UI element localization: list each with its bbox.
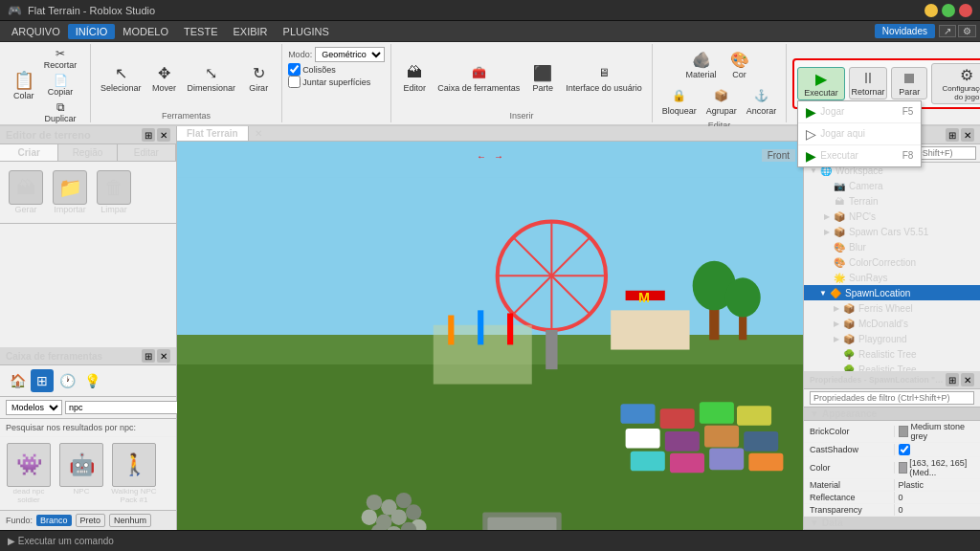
terrain-float-button[interactable]: ⊞: [142, 128, 155, 142]
editor-button[interactable]: 🏔 Editor: [397, 59, 432, 96]
scene-viewport[interactable]: Front ← →: [177, 142, 803, 530]
toolbox-close-button[interactable]: ✕: [157, 349, 170, 363]
terrain-close-button[interactable]: ✕: [157, 128, 170, 142]
explorer-item-blur[interactable]: 🎨 Blur: [804, 239, 980, 254]
menu-teste[interactable]: TESTE: [176, 24, 225, 39]
svg-point-26: [406, 504, 421, 519]
settings-button[interactable]: ⚙: [958, 25, 976, 37]
props-close-button[interactable]: ✕: [961, 373, 974, 386]
viewport-tab-close[interactable]: ✕: [249, 126, 268, 141]
mode-select[interactable]: Geométrico: [315, 47, 385, 62]
toolbox-item-0[interactable]: 👾 dead npc soldier: [4, 441, 54, 506]
agrupar-button[interactable]: 📦 Agrupar: [702, 82, 741, 119]
importar-icon: 📁: [53, 170, 87, 205]
scene-svg: M: [177, 163, 803, 530]
config-button[interactable]: ⚙ Configurações do jogo: [931, 63, 980, 104]
bg-preto-button[interactable]: Preto: [76, 514, 106, 527]
props-float-button[interactable]: ⊞: [946, 373, 959, 386]
caixa-button[interactable]: 🧰 Caixa de ferramentas: [434, 59, 523, 96]
novidades-button[interactable]: Novidades: [875, 24, 935, 38]
menu-inicio[interactable]: INÍCIO: [68, 24, 116, 39]
mover-button[interactable]: ✥ Mover: [147, 59, 182, 96]
bg-branco-button[interactable]: Branco: [36, 515, 72, 526]
menu-arquivo[interactable]: ARQUIVO: [4, 24, 68, 39]
terrain-gerar[interactable]: 🏔 Gerar: [6, 167, 46, 217]
copiar-button[interactable]: 📄 Copiar: [40, 73, 81, 98]
colisoes-checkbox[interactable]: [288, 63, 301, 76]
terrain-tab-editar[interactable]: Editar: [118, 144, 176, 161]
explorer-item-colorcorrection[interactable]: 🎨 ColorCorrection: [804, 254, 980, 270]
menu-plugins[interactable]: PLUGINS: [276, 24, 337, 39]
explorer-item-sunrays[interactable]: 🌟 SunRays: [804, 270, 980, 285]
executar-wrapper: ▶ Executar ▶Jogar F5 ▷Jogar aqui ▶: [787, 44, 980, 122]
explorer-item-npcs[interactable]: ▶ 📦 NPC's: [804, 209, 980, 224]
toolbox-icon-bulb[interactable]: 💡: [80, 369, 103, 392]
ancorar-button[interactable]: ⚓ Ancorar: [743, 82, 781, 119]
retornar-button[interactable]: ⏸ Retornar: [849, 67, 887, 99]
toolbox-search-field[interactable]: [66, 402, 179, 413]
bloquear-button[interactable]: 🔒 Bloquear: [658, 82, 701, 119]
limpar-icon: 🗑: [97, 170, 131, 205]
parar-button[interactable]: ⏹ Parar: [891, 67, 927, 99]
explorer-item-playground[interactable]: ▶ 📦 Playground: [804, 331, 980, 346]
prop-reflectance: Reflectance 0: [804, 492, 980, 504]
material-button[interactable]: 🪨 Material: [682, 46, 721, 82]
close-button[interactable]: [959, 4, 972, 17]
terrain-limpar[interactable]: 🗑 Limpar: [94, 167, 134, 217]
svg-rect-42: [748, 453, 783, 472]
toolbox-icon-grid[interactable]: ⊞: [31, 369, 54, 392]
juntar-checkbox[interactable]: [288, 76, 301, 88]
explorer-close-button[interactable]: ✕: [961, 128, 974, 142]
menu-executar[interactable]: ▶Executar F8: [798, 145, 921, 166]
toolbox-item-2[interactable]: 🚶 Walking NPC Pack #1: [109, 441, 159, 506]
explorer-float-button[interactable]: ⊞: [946, 128, 959, 142]
parte-button[interactable]: ⬛ Parte: [525, 59, 560, 96]
terrain-tab-criar[interactable]: Criar: [0, 144, 58, 161]
titlebar: 🎮 Flat Terrain - Roblox Studio: [0, 0, 980, 21]
castshadow-checkbox[interactable]: [899, 444, 910, 455]
menu-jogar-aqui[interactable]: ▷Jogar aqui: [798, 123, 921, 145]
prop-color: Color [163, 162, 165] (Med...: [804, 457, 980, 479]
svg-rect-44: [487, 518, 556, 530]
selecionar-button[interactable]: ↖ Selecionar: [97, 59, 145, 96]
svg-rect-18: [478, 310, 483, 344]
props-header-btns: ⊞ ✕: [946, 373, 974, 386]
viewport-tab-flat-terrain[interactable]: Flat Terrain: [177, 126, 249, 141]
menu-modelo[interactable]: MODELO: [115, 24, 176, 39]
girar-button[interactable]: ↻ Girar: [241, 59, 276, 96]
data-section[interactable]: ▼ Data: [804, 517, 980, 530]
svg-rect-17: [448, 316, 454, 345]
explorer-item-mcdonalds[interactable]: ▶ 📦 McDonald's: [804, 316, 980, 331]
toolbox-float-button[interactable]: ⊞: [142, 349, 155, 363]
explorer-item-camera[interactable]: 📷 Camera: [804, 178, 980, 193]
toolbox-item-1[interactable]: 🤖 NPC: [56, 441, 106, 506]
explorer-item-spawncars[interactable]: ▶ 📦 Spawn Cars V5.51: [804, 224, 980, 239]
terrain-tab-regiao[interactable]: Região: [58, 144, 117, 161]
explorer-item-terrain[interactable]: 🏔 Terrain: [804, 193, 980, 209]
cor-button[interactable]: 🎨 Cor: [723, 46, 757, 82]
explorer-item-tree1[interactable]: 🌳 Realistic Tree: [804, 346, 980, 362]
toolbox-icon-home[interactable]: 🏠: [6, 369, 29, 392]
toolbox-filter-select[interactable]: Modelos: [6, 400, 62, 415]
minimize-button[interactable]: [924, 4, 938, 17]
toolbox-icon-clock[interactable]: 🕐: [56, 369, 78, 392]
menu-exibir[interactable]: EXIBIR: [226, 24, 276, 39]
recortar-button[interactable]: ✂ Recortar: [40, 46, 81, 71]
colar-button[interactable]: 📋 Colar: [10, 69, 38, 101]
props-filter-input[interactable]: [810, 391, 974, 405]
explorer-item-ferriswheel[interactable]: ▶ 📦 Ferris Wheel: [804, 300, 980, 316]
maximize-button[interactable]: [942, 4, 955, 17]
menu-jogar[interactable]: ▶Jogar F5: [798, 101, 921, 123]
terrain-importar[interactable]: 📁 Importar: [50, 167, 90, 217]
toolbox-filter-row: Modelos 🔍 ▾: [0, 397, 176, 419]
explorer-item-tree2[interactable]: 🌳 Realistic Tree: [804, 362, 980, 371]
bg-nenhum-button[interactable]: Nenhum: [109, 514, 151, 527]
executar-button[interactable]: ▶ Executar: [797, 67, 845, 100]
duplicar-button[interactable]: ⧉ Duplicar: [40, 99, 81, 124]
explorer-item-spawnlocation[interactable]: ▼ 🔶 SpawnLocation: [804, 285, 980, 300]
share-button[interactable]: ↗: [939, 25, 956, 37]
toolbox-item-img-2: 🚶: [112, 443, 156, 487]
appearance-section[interactable]: ▼ Appearance: [804, 408, 980, 421]
interface-button[interactable]: 🖥 Interface do usuário: [562, 59, 646, 96]
dimensionar-button[interactable]: ⤡ Dimensionar: [184, 59, 240, 96]
